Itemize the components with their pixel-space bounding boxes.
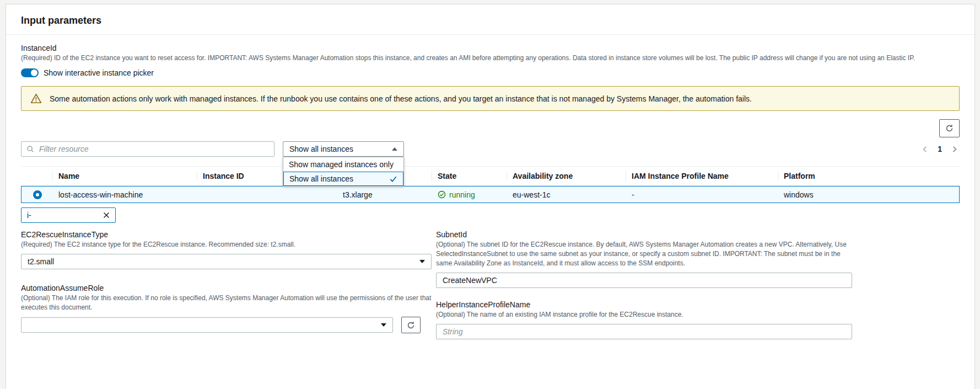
ec2rescueinstancetype-value: t2.small <box>28 257 54 266</box>
instanceid-value-box <box>21 207 116 223</box>
input-parameters-panel: Input parameters InstanceId (Required) I… <box>6 4 975 389</box>
option-label: Show managed instances only <box>289 160 394 169</box>
instances-table: Name Instance ID State Availability zone… <box>21 166 960 203</box>
instanceid-description: (Required) ID of the EC2 instance you wa… <box>21 54 960 63</box>
form-column-left: EC2RescueInstanceType (Required) The EC2… <box>21 230 432 339</box>
automationassumerole-controls <box>21 317 432 333</box>
ec2rescueinstancetype-description: (Required) The EC2 instance type for the… <box>21 240 432 249</box>
helperinstanceprofilename-input[interactable] <box>436 324 852 339</box>
option-label: Show all instances <box>289 174 353 183</box>
subnetid-description: (Optional) The subnet ID for the EC2Resc… <box>436 240 852 268</box>
instance-filter-dropdown[interactable]: Show all instances <box>283 141 404 157</box>
cell-name: lost-access-win-machine <box>53 190 197 199</box>
search-icon <box>26 145 34 153</box>
instance-picker-toggle[interactable] <box>21 68 39 77</box>
caret-up-icon <box>392 147 397 151</box>
toggle-knob <box>31 70 37 76</box>
helperinstanceprofilename-field: HelperInstanceProfileName (Optional) The… <box>436 300 852 339</box>
helperinstanceprofilename-description: (Optional) The name of an existing IAM i… <box>436 310 852 319</box>
table-header-platform[interactable]: Platform <box>778 170 960 182</box>
dropdown-option-managed-only[interactable]: Show managed instances only <box>283 157 403 172</box>
warning-icon <box>30 93 42 104</box>
refresh-table-button[interactable] <box>939 119 960 137</box>
table-header-availability-zone[interactable]: Availability zone <box>507 170 626 182</box>
instanceid-label: InstanceId <box>21 44 960 52</box>
table-header-row: Name Instance ID State Availability zone… <box>21 166 960 186</box>
instance-picker-toggle-row: Show interactive instance picker <box>21 68 960 77</box>
table-header-radio <box>21 170 52 182</box>
check-icon <box>389 175 397 183</box>
cell-iam-instance-profile-name: - <box>626 190 778 199</box>
filter-resource-input[interactable] <box>38 144 269 154</box>
table-header-state[interactable]: State <box>432 170 507 182</box>
automationassumerole-label: AutomationAssumeRole <box>21 284 432 292</box>
table-header-name[interactable]: Name <box>52 170 197 182</box>
chevron-right-icon[interactable] <box>949 144 960 154</box>
table-header-iam-instance-profile-name[interactable]: IAM Instance Profile Name <box>626 170 778 182</box>
table-row[interactable]: lost-access-win-machine t3.xlarge runnin… <box>21 186 960 203</box>
dropdown-option-all-instances[interactable]: Show all instances <box>283 172 403 186</box>
refresh-roles-button[interactable] <box>401 317 421 333</box>
subnetid-field: SubnetId (Optional) The subnet ID for th… <box>436 230 852 288</box>
caret-down-icon <box>381 323 386 327</box>
subnetid-input[interactable] <box>436 273 852 288</box>
chevron-left-icon[interactable] <box>920 144 930 154</box>
instance-picker-toggle-label: Show interactive instance picker <box>44 68 154 77</box>
running-icon <box>438 190 446 199</box>
filter-resource-box <box>21 141 274 157</box>
warning-text: Some automation actions only work with m… <box>50 94 752 104</box>
helperinstanceprofilename-label: HelperInstanceProfileName <box>436 300 852 309</box>
state-label: running <box>449 190 475 199</box>
panel-content: InstanceId (Required) ID of the EC2 inst… <box>6 35 974 339</box>
current-page[interactable]: 1 <box>935 145 945 153</box>
ec2rescueinstancetype-select[interactable]: t2.small <box>21 254 432 269</box>
warning-banner: Some automation actions only work with m… <box>21 86 960 111</box>
clear-icon[interactable] <box>102 212 111 219</box>
page-title: Input parameters <box>21 15 960 26</box>
ec2rescueinstancetype-label: EC2RescueInstanceType <box>21 230 432 239</box>
row-radio-cell <box>21 190 53 199</box>
subnetid-label: SubnetId <box>436 230 852 239</box>
row-radio-selected[interactable] <box>33 190 42 199</box>
caret-down-icon <box>419 260 425 263</box>
pagination: 1 <box>920 144 960 154</box>
form-column-right: SubnetId (Optional) The subnet ID for th… <box>436 230 852 339</box>
instance-filter-dropdown-menu: Show managed instances only Show all ins… <box>283 157 404 186</box>
instanceid-value-input[interactable] <box>26 210 100 220</box>
cell-state: running <box>432 190 507 199</box>
automationassumerole-field: AutomationAssumeRole (Optional) The IAM … <box>21 284 432 333</box>
instance-filter-value: Show all instances <box>289 145 353 153</box>
cell-platform: windows <box>778 190 959 199</box>
parameters-form: EC2RescueInstanceType (Required) The EC2… <box>21 230 960 339</box>
table-actions <box>21 119 960 137</box>
table-toolbar: Show all instances Show managed instance… <box>21 141 960 157</box>
automationassumerole-select[interactable] <box>21 317 393 333</box>
automationassumerole-description: (Optional) The IAM role for this executi… <box>21 294 432 312</box>
cell-availability-zone: eu-west-1c <box>507 190 626 199</box>
instanceid-field: InstanceId (Required) ID of the EC2 inst… <box>21 44 960 77</box>
cell-instance-type: t3.xlarge <box>337 190 432 199</box>
instance-picker: Show all instances Show managed instance… <box>21 119 960 223</box>
panel-header: Input parameters <box>6 4 974 35</box>
ec2rescueinstancetype-field: EC2RescueInstanceType (Required) The EC2… <box>21 230 432 269</box>
